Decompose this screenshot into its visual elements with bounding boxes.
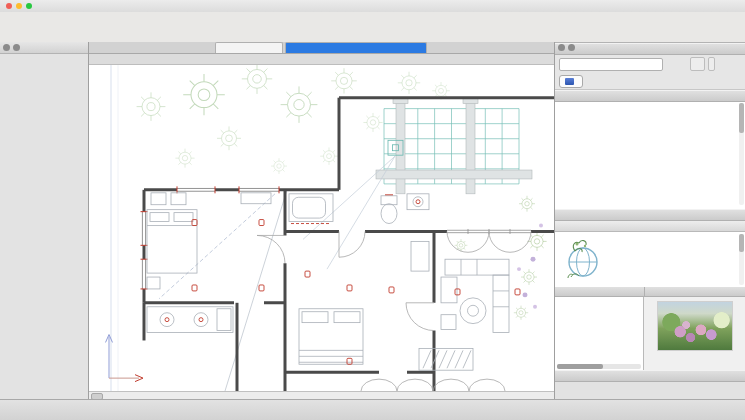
tab-dashboard[interactable] bbox=[215, 42, 283, 53]
plant-thumbnail[interactable] bbox=[561, 237, 607, 283]
tab-working-plan-view[interactable] bbox=[285, 42, 427, 53]
tab-preview[interactable] bbox=[645, 287, 745, 297]
view-title bbox=[89, 54, 554, 65]
folders-tree bbox=[555, 102, 745, 209]
filter-results-header bbox=[555, 209, 745, 221]
library-close-icon[interactable] bbox=[558, 44, 565, 51]
close-window-button[interactable] bbox=[6, 3, 12, 9]
filter-funnel-icon[interactable] bbox=[708, 57, 715, 71]
active-filter-row bbox=[555, 73, 745, 90]
tab-details[interactable] bbox=[555, 287, 645, 297]
results-scrollbar[interactable] bbox=[739, 234, 744, 285]
search-input[interactable] bbox=[559, 58, 663, 71]
tool-palette-header bbox=[0, 42, 88, 54]
folders-section-header bbox=[555, 90, 745, 102]
preview-pane bbox=[644, 297, 745, 370]
results-column-header[interactable] bbox=[555, 221, 745, 232]
floor-plan-canvas[interactable] bbox=[89, 65, 554, 391]
floor-plan-drawing bbox=[89, 65, 554, 391]
tool-palette-panel bbox=[0, 42, 89, 400]
preview-image bbox=[657, 301, 733, 351]
minimize-window-button[interactable] bbox=[16, 3, 22, 9]
filter-results-list bbox=[555, 232, 745, 287]
library-toolbar-header bbox=[555, 370, 745, 382]
library-search-row bbox=[555, 55, 745, 73]
palette-collapse-icon[interactable] bbox=[13, 44, 20, 51]
plan-view-column bbox=[89, 42, 554, 400]
details-scrollbar[interactable] bbox=[557, 364, 641, 369]
details-preview-tabs bbox=[555, 287, 745, 297]
library-browser-panel bbox=[554, 42, 745, 400]
details-preview-body bbox=[555, 297, 745, 370]
palette-close-icon[interactable] bbox=[3, 44, 10, 51]
library-collapse-icon[interactable] bbox=[568, 44, 575, 51]
library-view-icon[interactable] bbox=[690, 57, 705, 71]
folders-scrollbar[interactable] bbox=[739, 103, 744, 205]
main-toolbar bbox=[0, 12, 745, 43]
zoom-window-button[interactable] bbox=[26, 3, 32, 9]
status-bar bbox=[0, 399, 745, 420]
filters-section-header bbox=[555, 43, 745, 55]
details-pane bbox=[555, 297, 644, 370]
library-browser-header bbox=[555, 42, 745, 43]
filter-chip[interactable] bbox=[559, 75, 583, 88]
toolbar-row-1 bbox=[0, 12, 745, 27]
view-tab-bar bbox=[89, 42, 554, 54]
toolbar-row-2 bbox=[0, 27, 745, 42]
catalog-icon bbox=[565, 78, 574, 85]
main-area bbox=[0, 42, 745, 400]
